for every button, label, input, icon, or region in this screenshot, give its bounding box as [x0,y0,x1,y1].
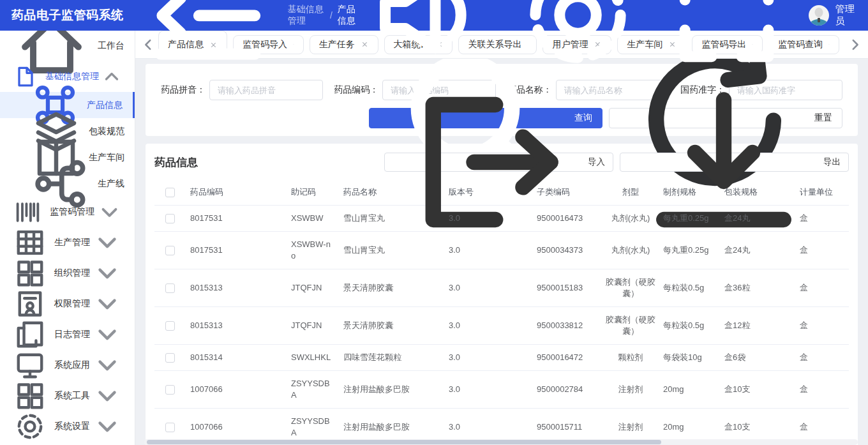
table-cell: ZSYYSDBA [286,371,338,409]
sidebar-item-label: 工作台 [98,40,124,52]
chevron-down-icon [90,348,124,382]
barcode-icon [13,197,43,227]
sidebar-item-production-line[interactable]: 生产线 [0,170,135,197]
table-cell: 景天清肺胶囊 [338,307,444,345]
table-cell: 9500016472 [532,345,603,371]
sidebar-item-sys-tools[interactable]: 系统工具 [0,381,135,411]
sidebar-item-label: 组织管理 [54,268,90,279]
table-cell: 四味雪莲花颗粒 [338,345,444,371]
sidebar-item-org-mgmt[interactable]: 组织管理 [0,258,135,289]
row-select-cell [154,206,185,232]
row-checkbox[interactable] [165,385,175,395]
gear-icon[interactable] [511,0,645,82]
perm-icon [13,287,47,321]
table-cell: XSWBW-no [286,232,338,269]
table-cell: 3.0 [444,345,532,371]
table-card: 药品信息 导入 导出 药品编码助记码药品名称版本号子类编码剂型制剂规格包装规格计… [146,144,858,445]
table-cell: 胶囊剂（硬胶囊） [603,307,658,345]
row-select-cell [154,371,185,409]
sidebar-item-perm-mgmt[interactable]: 权限管理 [0,289,135,319]
table-row: 8015314SWXLHKL四味雪莲花颗粒3.09500016472颗粒剂每袋装… [154,345,849,371]
sidebar-item-sys-app[interactable]: 系统应用 [0,350,135,381]
export-button[interactable]: 导出 [620,153,849,172]
table-cell: 9500002784 [532,371,603,409]
breadcrumb-separator: / [330,10,333,20]
sidebar: 工作台基础信息管理产品信息包装规范生产车间生产线监管码管理生产管理组织管理权限管… [0,31,135,445]
sidebar-item-workbench[interactable]: 工作台 [0,31,135,61]
table-cell: 盒36粒 [719,269,795,307]
sidebar-item-production-mgmt[interactable]: 生产管理 [0,227,135,258]
row-checkbox[interactable] [165,321,175,331]
sidebar-item-label: 日志管理 [54,329,90,340]
column-header: 助记码 [286,179,338,206]
chevron-down-icon [90,317,124,352]
sidebar-item-label: 包装规范 [89,126,124,137]
breadcrumb-section[interactable]: 基础信息管理 [288,4,325,27]
avatar[interactable] [809,5,829,26]
main-area: 产品信息监管码导入生产任务大箱统计关联关系导出用户管理生产车间监管码导出监管码查… [135,31,868,445]
table-cell: 注射剂 [603,371,658,409]
chevron-down-icon [90,225,124,260]
megaphone-icon[interactable] [362,0,495,82]
table-cell: 盒6袋 [719,345,795,371]
table-cell: 盒 [795,307,849,345]
fullscreen-icon[interactable] [660,0,793,82]
table-cell: 8017531 [185,232,286,269]
avatar-tie [818,18,820,22]
table-cell: 1007066 [185,371,286,409]
sidebar-item-label: 监管码管理 [50,206,94,218]
table-cell: 每粒装0.5g [658,307,719,345]
breadcrumb: 基础信息管理 / 产品信息 [288,4,363,27]
table-row: 8015313JTQFJN景天清肺胶囊3.09500033812胶囊剂（硬胶囊）… [154,307,849,345]
table-row: 8015313JTQFJN景天清肺胶囊3.09500015183胶囊剂（硬胶囊）… [154,269,849,307]
table-cell: 3.0 [444,371,532,409]
blocks-icon [13,379,47,413]
breadcrumb-page: 产品信息 [338,4,363,27]
code-label: 药品编码： [334,84,378,96]
sidebar-item-label: 系统工具 [54,390,90,402]
row-checkbox[interactable] [165,353,175,363]
table-card-header: 药品信息 导入 导出 [154,153,849,172]
table-cell: 8015314 [185,345,286,371]
chevron-down-icon [90,287,124,321]
sidebar-item-sys-settings[interactable]: 系统设置 [0,411,135,442]
header-actions: 管理员 [362,0,868,82]
sidebar-item-label: 系统设置 [54,421,90,432]
table-cell: JTQFJN [286,307,338,345]
table-cell: 3.0 [444,307,532,345]
table-cell: 颗粒剂 [603,345,658,371]
import-icon [393,66,584,258]
table-cell: 9500033812 [532,307,603,345]
table-row: 1007066ZSYYSDBA注射用盐酸多巴胺3.09500002784注射剂2… [154,371,849,409]
row-checkbox[interactable] [165,246,175,255]
table-cell: 每粒装0.5g [658,269,719,307]
sidebar-item-log-mgmt[interactable]: 日志管理 [0,319,135,350]
chevron-down-icon [90,379,124,413]
import-button[interactable]: 导入 [384,153,613,172]
table-cell: JTQFJN [286,269,338,307]
username[interactable]: 管理员 [835,3,855,27]
table-cell: 每袋装10g [658,345,719,371]
row-select-cell [154,269,185,307]
select-all-checkbox[interactable] [165,188,175,197]
pinyin-label: 药品拼音： [161,84,206,96]
sidebar-item-label: 生产管理 [54,237,90,248]
row-checkbox[interactable] [165,423,175,432]
table-cell: 8015313 [185,307,286,345]
sidebar-item-label: 生产线 [98,178,124,190]
menu-fold-icon[interactable] [138,0,278,85]
row-checkbox[interactable] [165,283,175,293]
table-cell: 景天清肺胶囊 [338,269,444,307]
row-select-cell [154,345,185,371]
row-checkbox[interactable] [165,214,175,223]
sidebar-item-label: 系统应用 [54,359,90,371]
horizontal-scrollbar-thumb[interactable] [147,440,661,444]
row-select-cell [154,232,185,269]
table-cell: 9500015183 [532,269,603,307]
grid-icon [13,225,47,260]
table-title: 药品信息 [154,155,198,170]
row-select-cell [154,307,185,345]
table-cell: 8015313 [185,269,286,307]
close-icon[interactable] [293,44,294,45]
table-cell: 8017531 [185,206,286,232]
